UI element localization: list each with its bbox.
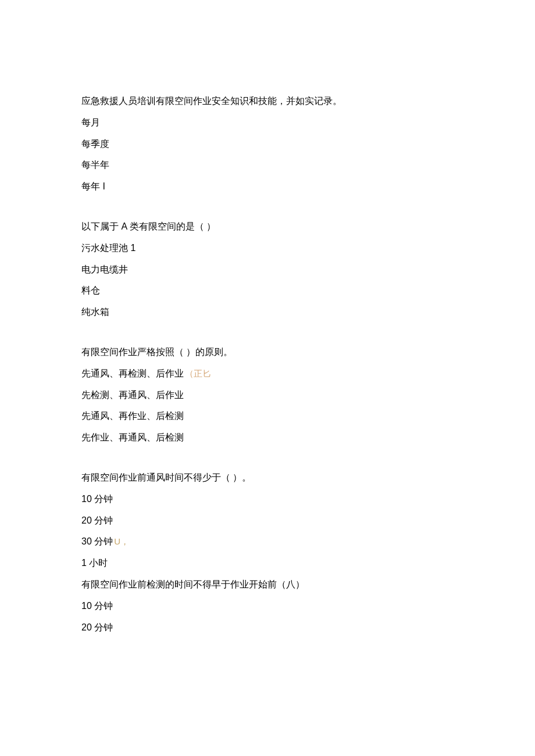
question-4-option-b: 20 分钟 (81, 513, 454, 529)
question-2-option-b: 电力电缆井 (81, 261, 454, 278)
question-1: 应急救援人员培训有限空间作业安全知识和技能，并如实记录。 每月 每季度 每半年 … (81, 93, 454, 195)
question-3-option-b: 先检测、再通风、后作业 (81, 387, 454, 404)
question-1-option-d: 每年 I (81, 178, 454, 195)
question-4-option-c-annotation: U， (114, 536, 129, 546)
question-1-option-b: 每季度 (81, 136, 454, 153)
question-1-option-a: 每月 (81, 114, 454, 131)
question-4: 有限空间作业前通风时间不得少于（ ）。 10 分钟 20 分钟 30 分钟U， … (81, 470, 454, 636)
question-1-option-c: 每半年 (81, 157, 454, 174)
question-4-option-c: 30 分钟U， (81, 533, 454, 550)
question-3-option-a: 先通风、再检测、后作业（正匕 (81, 366, 454, 382)
question-3-option-c: 先通风、再作业、后检测 (81, 408, 454, 425)
question-2-option-a: 污水处理池 1 (81, 240, 454, 257)
question-2-option-d: 纯水箱 (81, 304, 454, 321)
question-5-option-a: 10 分钟 (81, 598, 454, 615)
question-4-option-a: 10 分钟 (81, 491, 454, 508)
question-4-option-c-text: 30 分钟 (81, 536, 113, 546)
question-5-stem: 有限空间作业前检测的时间不得早于作业开始前（八） (81, 576, 454, 593)
question-3-option-d: 先作业、再通风、后检测 (81, 429, 454, 446)
question-2-stem: 以下属于 A 类有限空间的是（ ） (81, 218, 454, 235)
question-4-option-d: 1 小时 (81, 555, 454, 572)
question-3-stem: 有限空间作业严格按照（ ）的原则。 (81, 344, 454, 361)
question-1-stem: 应急救援人员培训有限空间作业安全知识和技能，并如实记录。 (81, 93, 454, 110)
question-2-option-c: 料仓 (81, 282, 454, 299)
question-5-option-b: 20 分钟 (81, 619, 454, 636)
question-3-option-a-text: 先通风、再检测、后作业 (81, 368, 184, 378)
question-3: 有限空间作业严格按照（ ）的原则。 先通风、再检测、后作业（正匕 先检测、再通风… (81, 344, 454, 446)
document-page: 应急救援人员培训有限空间作业安全知识和技能，并如实记录。 每月 每季度 每半年 … (0, 0, 535, 756)
question-2: 以下属于 A 类有限空间的是（ ） 污水处理池 1 电力电缆井 料仓 纯水箱 (81, 218, 454, 321)
question-3-option-a-annotation: （正匕 (185, 368, 211, 378)
question-4-stem: 有限空间作业前通风时间不得少于（ ）。 (81, 470, 454, 486)
